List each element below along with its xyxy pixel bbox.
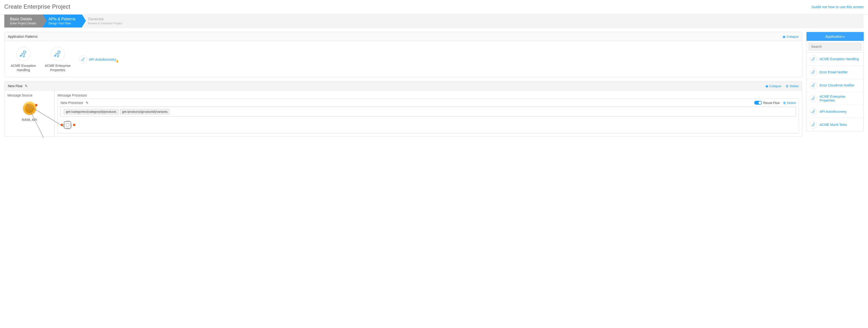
connection-dot xyxy=(73,124,75,126)
step-subtitle: Enter Project Details xyxy=(10,22,36,25)
pattern-item-acme-exception[interactable]: ACME Exception Handling xyxy=(10,47,36,72)
sidebar-item[interactable]: ACME Munit Tests xyxy=(807,118,864,131)
delete-button[interactable]: 🗑Delete xyxy=(783,101,796,105)
wizard-step-apis-patterns[interactable]: APIs & Patterns Design Your Flow xyxy=(43,15,82,27)
sidebar-item[interactable]: ACME Enterprise Properties xyxy=(807,92,864,105)
flow-title: New Flow xyxy=(8,84,23,88)
sidebar-item-label: Error Email Notifier xyxy=(819,70,848,74)
endpoint-tag[interactable]: get:/products/{productId}/variants xyxy=(120,109,170,114)
step-subtitle: Design Your Flow xyxy=(49,22,75,25)
step-title: Generate xyxy=(88,17,122,21)
sidebar-item-label: ACME Enterprise Properties xyxy=(819,94,861,102)
collapse-button[interactable]: ▣Collapse xyxy=(766,84,781,88)
sidebar-item[interactable]: Error CloudHub Notifier xyxy=(807,79,864,92)
processor-node[interactable] xyxy=(62,119,796,131)
step-subtitle: Review & Generate Project xyxy=(88,22,122,25)
pattern-item-acme-enterprise[interactable]: ACME Enterprise Properties xyxy=(44,47,71,72)
wizard-step-generate[interactable]: Generate Review & Generate Project xyxy=(82,15,129,27)
plug-icon xyxy=(810,94,817,102)
trash-icon: 🗑 xyxy=(783,101,786,105)
collapse-icon: ▣ xyxy=(766,84,768,88)
source-label: RAML API xyxy=(7,118,52,121)
trash-icon: 🗑 xyxy=(785,84,788,88)
delete-button[interactable]: 🗑Delete xyxy=(785,84,799,88)
pattern-inline-label: API Autodiscovery xyxy=(89,58,116,61)
page-title: Create Enterprise Project xyxy=(4,3,70,10)
plug-icon xyxy=(810,108,817,115)
processor-panel: New Processor ✎ Reuse Flow 🗑Delete xyxy=(58,99,799,134)
raml-icon xyxy=(23,102,36,115)
plug-icon xyxy=(810,121,817,129)
sidebar-dropdown[interactable]: Application xyxy=(806,32,864,41)
search-input[interactable] xyxy=(809,43,862,50)
sidebar-item-label: API Autodiscovery xyxy=(819,110,847,113)
endpoint-tag[interactable]: get:/categories/{categoryId}/products xyxy=(64,109,119,114)
chip-icon xyxy=(62,119,73,131)
processor-title: New Processor xyxy=(61,101,83,105)
endpoint-tags-input[interactable]: get:/categories/{categoryId}/products ge… xyxy=(61,107,796,116)
toggle-switch-icon xyxy=(754,101,762,105)
step-title: APIs & Patterns xyxy=(49,17,75,21)
sidebar-item[interactable]: ACME Exception Handling xyxy=(807,53,864,65)
guide-link[interactable]: Guide me how to use this screen xyxy=(812,5,864,9)
pattern-add-api-autodiscovery[interactable]: API Autodiscovery ✋ xyxy=(79,55,119,63)
collapse-button[interactable]: ▣Collapse xyxy=(783,35,799,38)
plug-icon xyxy=(810,55,817,63)
edit-icon[interactable]: ✎ xyxy=(25,84,28,88)
plug-icon xyxy=(810,68,817,76)
cursor-icon: ✋ xyxy=(116,60,119,63)
connection-dot xyxy=(35,104,37,106)
plug-icon xyxy=(51,47,65,61)
sidebar-item-label: ACME Exception Handling xyxy=(819,57,859,61)
wizard-step-basic-details[interactable]: Basic Details Enter Project Details xyxy=(4,15,43,27)
collapse-icon: ▣ xyxy=(783,35,785,38)
wizard-steps: Basic Details Enter Project Details APIs… xyxy=(4,15,864,28)
application-patterns-panel: Application Patterns ▣Collapse ACME Exce… xyxy=(4,32,802,77)
plug-icon xyxy=(810,81,817,89)
plug-icon xyxy=(16,47,31,61)
flow-panel: New Flow ✎ ▣Collapse 🗑Delete Message Sou… xyxy=(4,81,802,137)
reuse-flow-toggle[interactable]: Reuse Flow xyxy=(754,101,780,105)
pattern-label: ACME Enterprise Properties xyxy=(44,63,71,72)
plug-icon xyxy=(79,55,87,63)
raml-api-node[interactable]: RAML API xyxy=(7,102,52,121)
pattern-label: ACME Exception Handling xyxy=(10,63,36,72)
panel-title: Application Patterns xyxy=(8,35,38,38)
step-title: Basic Details xyxy=(10,17,36,21)
sidebar-item-label: ACME Munit Tests xyxy=(819,123,847,127)
toggle-label: Reuse Flow xyxy=(763,101,780,105)
sidebar: Application ACME Exception Handling Erro… xyxy=(806,32,864,131)
edit-icon[interactable]: ✎ xyxy=(86,101,89,105)
sidebar-item-label: Error CloudHub Notifier xyxy=(819,83,855,87)
sidebar-item[interactable]: API Autodiscovery xyxy=(807,105,864,118)
message-processor-title: Message Processor xyxy=(58,93,799,97)
sidebar-item[interactable]: Error Email Notifier xyxy=(807,65,864,79)
message-source-title: Message Source xyxy=(7,93,52,97)
